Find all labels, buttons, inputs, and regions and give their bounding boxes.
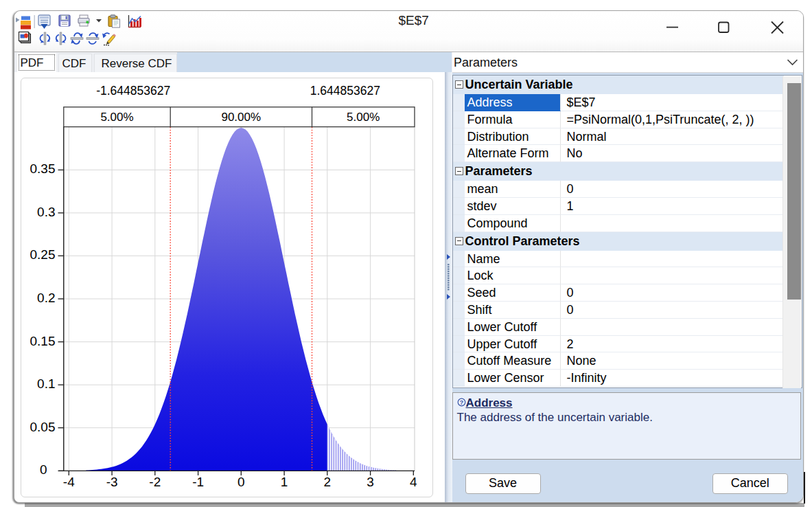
svg-text:0.35: 0.35 <box>30 161 55 176</box>
svg-text:0.3: 0.3 <box>37 205 55 219</box>
svg-text:0: 0 <box>39 462 47 477</box>
svg-text:90.00%: 90.00% <box>221 111 261 124</box>
svg-text:-3: -3 <box>106 475 117 489</box>
svg-text:1: 1 <box>280 475 288 489</box>
svg-text:3: 3 <box>367 475 374 489</box>
svg-text:0.1: 0.1 <box>37 376 55 391</box>
svg-text:-1: -1 <box>192 475 204 489</box>
svg-text:4: 4 <box>410 475 417 489</box>
svg-text:5.00%: 5.00% <box>347 111 380 124</box>
svg-text:?: ? <box>459 398 463 405</box>
svg-text:-1.644853627: -1.644853627 <box>96 84 170 98</box>
svg-text:0.05: 0.05 <box>30 420 55 434</box>
svg-text:-4: -4 <box>62 475 74 489</box>
svg-text:-2: -2 <box>149 475 161 489</box>
svg-text:0: 0 <box>237 475 245 489</box>
svg-text:0.2: 0.2 <box>37 291 55 305</box>
svg-text:2: 2 <box>323 475 331 489</box>
svg-text:5.00%: 5.00% <box>100 111 133 124</box>
svg-text:1.644853627: 1.644853627 <box>310 84 380 98</box>
svg-text:0.25: 0.25 <box>30 247 55 262</box>
svg-text:0.15: 0.15 <box>30 334 55 348</box>
